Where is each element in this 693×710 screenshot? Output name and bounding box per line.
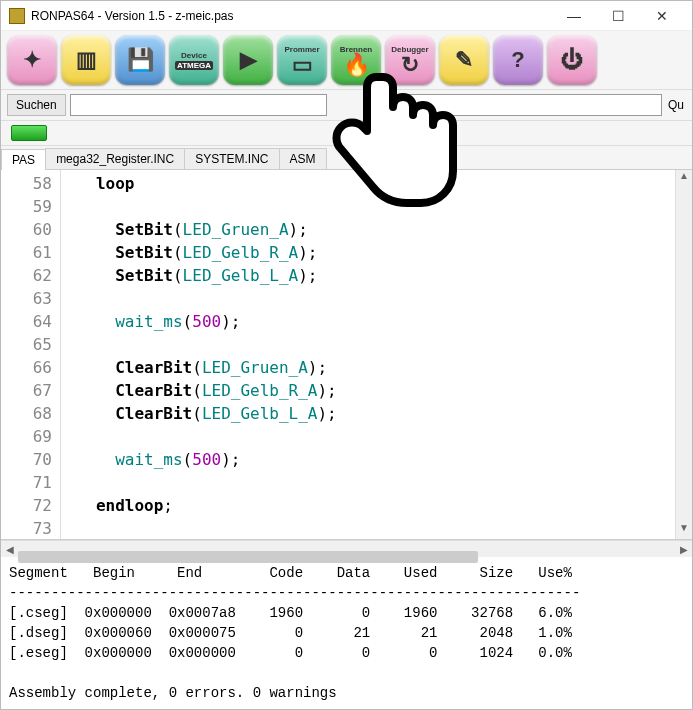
toolbar-device-button[interactable]: DeviceATMEGA <box>169 35 219 85</box>
line-number: 69 <box>3 425 52 448</box>
debugger-icon: ↻ <box>401 54 419 76</box>
code-line[interactable]: ClearBit(LED_Gruen_A); <box>67 356 669 379</box>
line-number: 68 <box>3 402 52 425</box>
close-button[interactable]: ✕ <box>640 2 684 30</box>
line-gutter: 58596061626364656667686970717273 <box>1 170 61 539</box>
code-line[interactable]: SetBit(LED_Gelb_L_A); <box>67 264 669 287</box>
status-led-icon <box>11 125 47 141</box>
search-label-button[interactable]: Suchen <box>7 94 66 116</box>
code-line[interactable]: SetBit(LED_Gruen_A); <box>67 218 669 241</box>
line-number: 64 <box>3 310 52 333</box>
code-line[interactable]: wait_ms(500); <box>67 310 669 333</box>
device-label: Device <box>181 51 207 60</box>
line-number: 72 <box>3 494 52 517</box>
scroll-up-icon[interactable]: ▲ <box>676 170 692 187</box>
toolbar-brennen-button[interactable]: Brennen🔥 <box>331 35 381 85</box>
search-right-label: Qu <box>666 98 686 112</box>
tab-mega32-register-inc[interactable]: mega32_Register.INC <box>45 148 185 169</box>
help-icon: ? <box>511 49 524 71</box>
toolbar-open-file-button[interactable]: ▥ <box>61 35 111 85</box>
toolbar-tools-button[interactable]: ✎ <box>439 35 489 85</box>
save-file-icon: 💾 <box>127 49 154 71</box>
code-line[interactable]: wait_ms(500); <box>67 448 669 471</box>
line-number: 66 <box>3 356 52 379</box>
tools-icon: ✎ <box>455 49 473 71</box>
line-number: 71 <box>3 471 52 494</box>
scroll-down-icon[interactable]: ▼ <box>676 522 692 539</box>
code-line[interactable] <box>67 425 669 448</box>
code-line[interactable]: endloop; <box>67 494 669 517</box>
brennen-icon: 🔥 <box>343 54 370 76</box>
search-row: Suchen Qu <box>1 90 692 121</box>
line-number: 70 <box>3 448 52 471</box>
scroll-right-icon[interactable]: ▶ <box>675 544 692 555</box>
new-file-icon: ✦ <box>23 49 41 71</box>
line-number: 65 <box>3 333 52 356</box>
line-number: 73 <box>3 517 52 540</box>
power-icon: ⏻ <box>561 49 583 71</box>
horizontal-scrollbar[interactable]: ◀ ▶ <box>1 540 692 557</box>
code-line[interactable]: SetBit(LED_Gelb_R_A); <box>67 241 669 264</box>
build-output: Segment Begin End Code Data Used Size Us… <box>1 557 692 710</box>
line-number: 59 <box>3 195 52 218</box>
code-line[interactable] <box>67 471 669 494</box>
code-line[interactable]: ClearBit(LED_Gelb_R_A); <box>67 379 669 402</box>
code-editor[interactable]: 58596061626364656667686970717273 loop Se… <box>1 170 692 540</box>
code-line[interactable] <box>67 287 669 310</box>
code-line[interactable]: ClearBit(LED_Gelb_L_A); <box>67 402 669 425</box>
line-number: 62 <box>3 264 52 287</box>
vertical-scrollbar[interactable]: ▲ ▼ <box>675 170 692 539</box>
line-number: 63 <box>3 287 52 310</box>
tab-system-inc[interactable]: SYSTEM.INC <box>184 148 279 169</box>
minimize-button[interactable]: — <box>552 2 596 30</box>
toolbar-save-file-button[interactable]: 💾 <box>115 35 165 85</box>
title-bar: RONPAS64 - Version 1.5 - z-meic.pas — ☐ … <box>1 1 692 31</box>
tab-pas[interactable]: PAS <box>1 149 46 170</box>
toolbar-debugger-button[interactable]: Debugger↻ <box>385 35 435 85</box>
prommer-icon: ▭ <box>292 54 313 76</box>
toolbar-power-button[interactable]: ⏻ <box>547 35 597 85</box>
line-number: 61 <box>3 241 52 264</box>
toolbar-run-button[interactable]: ▶ <box>223 35 273 85</box>
line-number: 67 <box>3 379 52 402</box>
code-line[interactable]: loop <box>67 172 669 195</box>
main-toolbar: ✦▥💾DeviceATMEGA▶Prommer▭Brennen🔥Debugger… <box>1 31 692 90</box>
search-input-2[interactable] <box>405 94 662 116</box>
maximize-button[interactable]: ☐ <box>596 2 640 30</box>
code-line[interactable] <box>67 195 669 218</box>
line-number: 58 <box>3 172 52 195</box>
device-sublabel: ATMEGA <box>175 61 213 70</box>
scroll-left-icon[interactable]: ◀ <box>1 544 18 555</box>
code-line[interactable] <box>67 517 669 539</box>
toolbar-prommer-button[interactable]: Prommer▭ <box>277 35 327 85</box>
tab-asm[interactable]: ASM <box>279 148 327 169</box>
editor-tabs: PASmega32_Register.INCSYSTEM.INCASM <box>1 146 692 170</box>
window-title: RONPAS64 - Version 1.5 - z-meic.pas <box>31 9 552 23</box>
code-line[interactable] <box>67 333 669 356</box>
search-input-1[interactable] <box>70 94 327 116</box>
app-icon <box>9 8 25 24</box>
open-file-icon: ▥ <box>76 49 97 71</box>
hscroll-thumb[interactable] <box>18 551 478 563</box>
code-area[interactable]: loop SetBit(LED_Gruen_A); SetBit(LED_Gel… <box>61 170 675 539</box>
toolbar-help-button[interactable]: ? <box>493 35 543 85</box>
status-strip <box>1 121 692 146</box>
line-number: 60 <box>3 218 52 241</box>
run-icon: ▶ <box>240 49 257 71</box>
toolbar-new-file-button[interactable]: ✦ <box>7 35 57 85</box>
